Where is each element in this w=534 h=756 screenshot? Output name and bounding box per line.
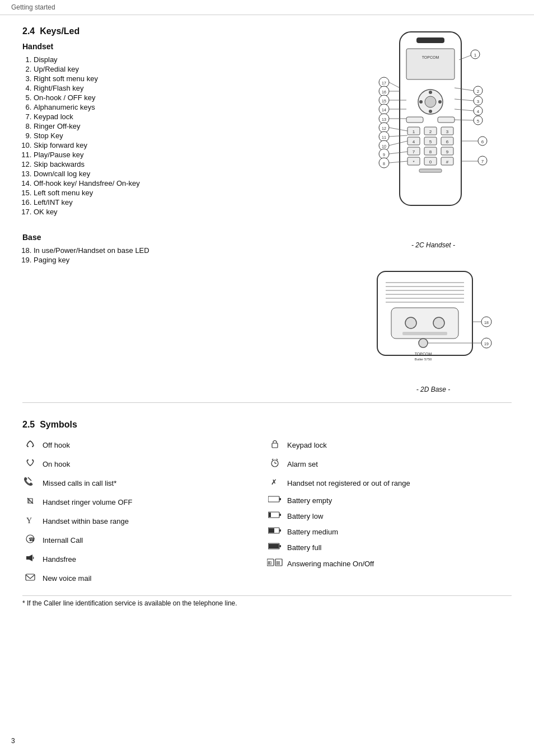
right-column: TOPCOM 1 2 bbox=[355, 26, 512, 393]
svg-text:TOPCOM: TOPCOM bbox=[422, 55, 439, 59]
battery-empty-icon bbox=[267, 495, 283, 505]
symbol-row: ✗ Handset not registered or out of range bbox=[267, 473, 512, 492]
handset-caption: - 2C Handset - bbox=[411, 241, 455, 249]
alarm-label: Alarm set bbox=[287, 460, 318, 468]
svg-rect-126 bbox=[268, 496, 279, 502]
svg-rect-11 bbox=[438, 117, 455, 123]
keypad-lock-icon bbox=[267, 438, 283, 452]
section-2-5: 2.5 Symbols Off hook On hook bbox=[22, 420, 512, 607]
off-hook-icon bbox=[22, 438, 38, 452]
base-section: Base In use/Power/Handset on base LED Pa… bbox=[22, 233, 344, 264]
svg-text:6: 6 bbox=[446, 139, 449, 144]
list-item: Stop Key bbox=[34, 132, 344, 140]
svg-text:11: 11 bbox=[382, 135, 386, 139]
svg-text:5: 5 bbox=[429, 139, 432, 144]
base-diagram: TOPCOM Butler 5750 18 19 bbox=[360, 260, 506, 383]
svg-text:18: 18 bbox=[484, 321, 489, 325]
svg-marker-116 bbox=[26, 556, 29, 560]
on-hook-label: On hook bbox=[43, 460, 70, 468]
svg-line-124 bbox=[277, 459, 278, 460]
out-of-range-icon: ✗ bbox=[267, 476, 283, 490]
missed-calls-icon: 📞 bbox=[22, 476, 38, 490]
svg-text:⊠: ⊠ bbox=[276, 560, 280, 566]
list-item: Paging key bbox=[34, 256, 344, 264]
symbol-row: Υ Handset within base range bbox=[22, 511, 267, 530]
svg-text:7: 7 bbox=[481, 159, 484, 164]
symbol-row: On hook bbox=[22, 454, 267, 473]
svg-point-5 bbox=[425, 96, 436, 107]
svg-text:Υ: Υ bbox=[26, 516, 32, 525]
svg-point-7 bbox=[438, 100, 442, 104]
out-of-range-label: Handset not registered or out of range bbox=[287, 479, 410, 487]
missed-calls-label: Missed calls in call list* bbox=[43, 479, 116, 487]
symbol-row: New voice mail bbox=[22, 569, 267, 588]
svg-text:8: 8 bbox=[429, 149, 432, 154]
battery-medium-icon bbox=[267, 527, 283, 537]
svg-text:7: 7 bbox=[413, 149, 415, 154]
svg-text:4: 4 bbox=[477, 109, 480, 114]
svg-rect-132 bbox=[269, 528, 274, 533]
list-item: Ringer Off-key bbox=[34, 122, 344, 130]
list-item: Down/call log key bbox=[34, 170, 344, 178]
symbols-right-column: Keypad lock Alarm set bbox=[267, 435, 512, 588]
battery-low-icon bbox=[267, 511, 283, 521]
svg-rect-129 bbox=[269, 513, 271, 517]
svg-text:13: 13 bbox=[382, 118, 386, 121]
battery-full-icon bbox=[267, 542, 283, 552]
svg-text:9: 9 bbox=[446, 149, 449, 154]
left-column: 2.4 Keys/Led Handset Display Up/Redial k… bbox=[22, 26, 344, 265]
svg-text:*: * bbox=[413, 159, 414, 165]
list-item: Skip backwards bbox=[34, 160, 344, 168]
base-list: In use/Power/Handset on base LED Paging … bbox=[22, 246, 344, 264]
voicemail-label: New voice mail bbox=[43, 574, 91, 583]
svg-text:16: 16 bbox=[382, 90, 386, 94]
symbol-row: ♪ Handset ringer volume OFF bbox=[22, 492, 267, 511]
symbol-row: Keypad lock bbox=[267, 435, 512, 454]
symbol-row: Battery low bbox=[267, 508, 512, 524]
list-item: Keypad lock bbox=[34, 112, 344, 121]
svg-text:19: 19 bbox=[484, 342, 489, 346]
svg-text:4: 4 bbox=[413, 139, 415, 144]
header-text: Getting started bbox=[11, 3, 55, 11]
svg-text:8: 8 bbox=[383, 162, 385, 166]
svg-text:♪: ♪ bbox=[27, 498, 30, 504]
ringer-off-label: Handset ringer volume OFF bbox=[43, 498, 132, 506]
symbol-row: Off hook bbox=[22, 435, 267, 454]
section-divider bbox=[22, 402, 512, 403]
svg-rect-136 bbox=[279, 545, 281, 547]
svg-line-60 bbox=[389, 82, 400, 88]
list-item: Play/Pause key bbox=[34, 151, 344, 159]
alarm-icon bbox=[267, 457, 283, 471]
list-item: Display bbox=[34, 55, 344, 64]
handset-list: Display Up/Redial key Right soft menu ke… bbox=[22, 55, 344, 216]
handsfree-icon bbox=[22, 552, 38, 566]
svg-point-96 bbox=[405, 317, 416, 328]
svg-rect-2 bbox=[406, 49, 455, 79]
internal-call-icon: ☎ bbox=[22, 533, 38, 547]
section-2-5-title: 2.5 Symbols bbox=[22, 420, 512, 430]
svg-text:5: 5 bbox=[477, 119, 480, 124]
list-item: Off-hook key/ Handsfree/ On-key bbox=[34, 179, 344, 187]
symbol-row: Battery medium bbox=[267, 524, 512, 539]
svg-text:TOPCOM: TOPCOM bbox=[415, 352, 432, 356]
voicemail-icon bbox=[22, 571, 38, 585]
base-range-label: Handset within base range bbox=[43, 517, 129, 525]
svg-point-8 bbox=[429, 91, 432, 94]
section-2-4: 2.4 Keys/Led Handset Display Up/Redial k… bbox=[22, 26, 512, 393]
list-item: OK key bbox=[34, 208, 344, 216]
svg-text:1: 1 bbox=[413, 129, 415, 134]
svg-text:6: 6 bbox=[481, 139, 484, 144]
handsfree-label: Handsfree bbox=[43, 555, 76, 564]
svg-point-6 bbox=[419, 100, 423, 104]
svg-rect-127 bbox=[279, 498, 281, 500]
list-item: Left/INT key bbox=[34, 198, 344, 206]
svg-point-99 bbox=[419, 339, 428, 348]
battery-full-label: Battery full bbox=[287, 543, 321, 552]
svg-text:2: 2 bbox=[429, 129, 432, 134]
svg-text:2: 2 bbox=[477, 89, 480, 94]
list-item: Right soft menu key bbox=[34, 74, 344, 83]
symbol-row: Alarm set bbox=[267, 454, 512, 473]
handset-subtitle: Handset bbox=[22, 42, 344, 51]
svg-rect-98 bbox=[402, 332, 447, 335]
symbol-row: Battery empty bbox=[267, 492, 512, 508]
